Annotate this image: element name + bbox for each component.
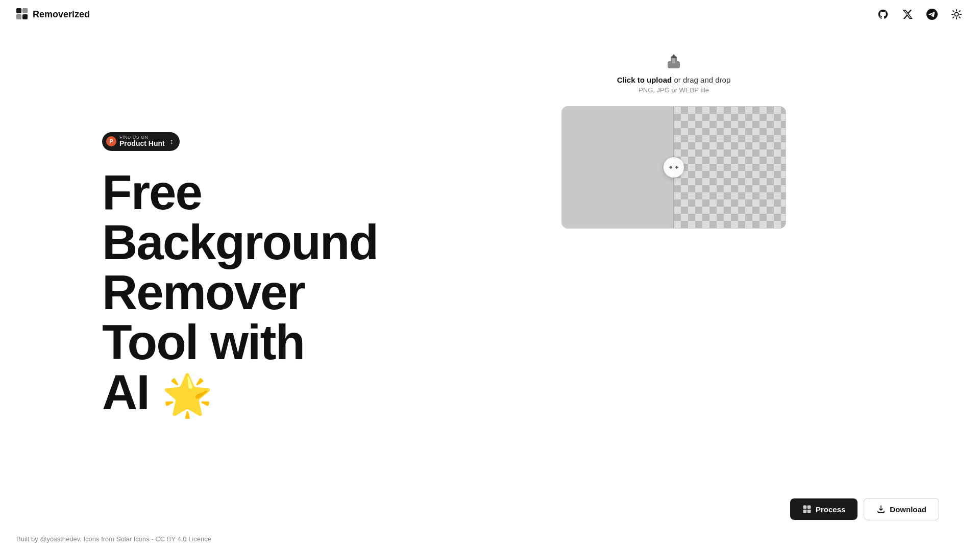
theme-toggle-icon[interactable]: [949, 7, 964, 21]
svg-marker-15: [671, 54, 677, 58]
badge-find-us-text: FIND US ON: [119, 135, 165, 140]
svg-line-10: [959, 17, 960, 18]
hero-line4: Tool with: [102, 315, 304, 369]
hero-line2: Background: [102, 215, 378, 269]
process-label: Process: [816, 505, 845, 514]
twitter-x-icon[interactable]: [900, 7, 915, 21]
nav-icons: [876, 7, 964, 21]
logo[interactable]: Removerized: [16, 8, 90, 20]
badge-ph-name-text: Product Hunt: [119, 140, 165, 147]
footer: Built by @yossthedev. Icons from Solar I…: [0, 527, 228, 551]
svg-line-11: [959, 11, 960, 12]
svg-rect-20: [807, 510, 811, 513]
upload-area[interactable]: Click to upload or drag and drop PNG, JP…: [617, 49, 731, 94]
svg-rect-19: [803, 510, 806, 513]
hero-line3: Remover: [102, 265, 305, 319]
compare-original: [562, 107, 674, 228]
image-compare[interactable]: [561, 106, 786, 229]
logo-icon: [16, 8, 29, 20]
download-button[interactable]: Download: [864, 498, 939, 520]
compare-handle[interactable]: [664, 157, 684, 178]
telegram-icon[interactable]: [925, 7, 939, 21]
process-icon: [802, 505, 812, 514]
left-panel: P FIND US ON Product Hunt ↕ Free Backgro…: [0, 29, 388, 551]
bottom-actions: Process Download: [790, 498, 939, 520]
compare-processed: [674, 107, 786, 228]
upload-label: Click to upload or drag and drop: [617, 76, 731, 84]
download-label: Download: [890, 505, 926, 514]
svg-line-9: [953, 11, 954, 12]
upload-icon: [662, 49, 686, 73]
badge-arrow-icon: ↕: [170, 137, 174, 145]
ph-logo: P: [106, 136, 116, 146]
logo-text: Removerized: [33, 9, 90, 20]
header: Removerized: [0, 0, 980, 29]
download-icon: [876, 505, 886, 514]
svg-rect-3: [22, 14, 28, 19]
hero-line1: Free: [102, 165, 202, 219]
hero-line5: AI: [102, 365, 149, 419]
svg-rect-16: [672, 58, 675, 63]
github-icon[interactable]: [876, 7, 890, 21]
main-content: P FIND US ON Product Hunt ↕ Free Backgro…: [0, 0, 980, 551]
hero-title: Free Background Remover Tool with AI 🌟: [102, 167, 388, 417]
right-panel: Click to upload or drag and drop PNG, JP…: [388, 29, 980, 551]
star-emoji: 🌟: [162, 374, 212, 416]
upload-hint: PNG, JPG or WEBP file: [639, 86, 709, 94]
svg-rect-0: [16, 8, 21, 13]
footer-text: Built by @yossthedev. Icons from Solar I…: [16, 535, 211, 543]
svg-rect-18: [807, 506, 811, 509]
svg-rect-2: [16, 14, 21, 19]
svg-line-12: [953, 17, 954, 18]
svg-rect-17: [803, 506, 806, 509]
svg-point-4: [954, 12, 958, 16]
process-button[interactable]: Process: [790, 498, 857, 520]
product-hunt-badge[interactable]: P FIND US ON Product Hunt ↕: [102, 132, 180, 151]
svg-rect-1: [22, 8, 28, 13]
